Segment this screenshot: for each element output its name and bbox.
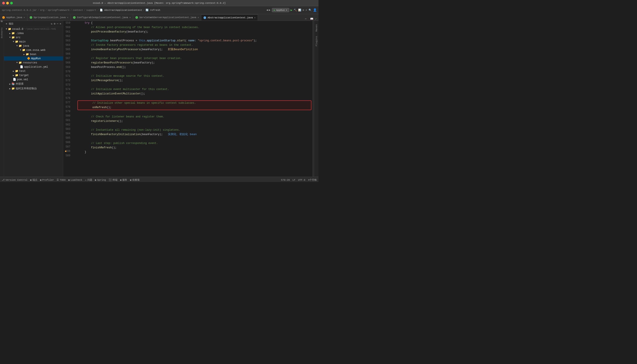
profile-button[interactable]: ⚙: [302, 8, 304, 12]
run-dropdown-icon[interactable]: ▾: [286, 8, 287, 12]
tab-close-servlet[interactable]: ✕: [198, 16, 199, 19]
bookmarks-label[interactable]: Bookmarks: [0, 26, 4, 40]
translate-button[interactable]: ⚡: [306, 8, 307, 12]
tree-yaml[interactable]: 📄 application.yml: [4, 65, 63, 69]
editor-area: 559 560 561 562 563 564 565 566 567 568 …: [63, 21, 314, 177]
nav-back[interactable]: ◀: [266, 8, 268, 12]
terminal-item[interactable]: ⬛ 终端: [108, 178, 118, 182]
vertical-scrollbar[interactable]: [312, 21, 314, 177]
minimize-button[interactable]: [6, 2, 9, 4]
nav-forward[interactable]: ▶: [269, 8, 270, 12]
maximize-button[interactable]: [10, 2, 13, 4]
terminal-icon: ⬛: [108, 178, 112, 181]
tree-apprun-label: AppRun: [31, 57, 41, 60]
code-line-565: invokeBeanFactoryPostProcessors(beanFact…: [76, 47, 312, 52]
tab-apprun[interactable]: AppRun.java ✕: [0, 14, 28, 20]
luacheck-icon: ◉: [68, 178, 70, 181]
tree-main-label: main: [19, 40, 26, 43]
tree-external-libs-label: 外部库: [16, 82, 24, 86]
deps-item[interactable]: ◉ 依赖项: [130, 178, 140, 182]
sidebar-more-icon[interactable]: ⋯: [57, 22, 58, 26]
structure-label[interactable]: 结构: [0, 22, 4, 25]
coverage-button[interactable]: 📊: [298, 8, 301, 12]
tabs-overflow[interactable]: ⋯: [303, 17, 308, 20]
problems-label: 问题: [87, 178, 92, 182]
tab-configurable[interactable]: ConfigurableApplicationContext.java ✕: [71, 14, 133, 20]
search-button[interactable]: 🔍: [308, 8, 312, 12]
breadcrumb-class[interactable]: 📄 AbstractApplicationContext: [100, 8, 142, 12]
tree-target[interactable]: ▶ 📁 target: [4, 73, 63, 78]
services-item[interactable]: ◉ 服务: [120, 178, 128, 182]
tab-close-abstract[interactable]: ✕: [254, 16, 256, 19]
problems-item[interactable]: ⚠ 问题: [85, 178, 92, 182]
code-scroll[interactable]: try { // Allows post-processing of the b…: [76, 21, 312, 177]
nav-arrows[interactable]: ◀ ▶: [266, 8, 270, 12]
run-button[interactable]: ▶: [291, 8, 292, 12]
tree-resources[interactable]: ▼ 📁 resources: [4, 60, 63, 65]
maven-label[interactable]: Maven: [315, 22, 318, 34]
profiler-item[interactable]: ◉ Profiler: [40, 178, 54, 181]
src-folder-icon: 📁: [12, 36, 15, 39]
code-line-559: try {: [76, 21, 312, 25]
tab-close-configurable[interactable]: ✕: [130, 16, 131, 19]
sidebar-close-icon[interactable]: ✕: [60, 22, 61, 26]
tree-bean[interactable]: ▶ 📁 bean: [4, 52, 63, 56]
todo-item[interactable]: ☰ TODO: [56, 178, 66, 181]
tree-src[interactable]: ▼ 📁 src: [4, 36, 63, 40]
close-button[interactable]: [2, 2, 5, 4]
breadcrumb-support[interactable]: support: [86, 9, 96, 12]
run-config-button[interactable]: ▶ AppRun ▾: [272, 8, 289, 12]
ln-582: 582: [63, 122, 72, 127]
main-layout: 结构 Bookmarks ≡ 项目 ↻ ⚙ ⋯ ✕ ▼ 📁 ossa3.0 ~/…: [0, 21, 318, 177]
plugins-label[interactable]: Plugins: [315, 34, 318, 48]
user-icon[interactable]: 👤: [313, 8, 317, 12]
tab-close-springapp[interactable]: ✕: [67, 16, 68, 19]
bookmark-icon[interactable]: 📖: [310, 17, 314, 20]
tab-close-apprun[interactable]: ✕: [24, 16, 25, 19]
com-ossa-folder-icon: 📁: [22, 48, 26, 52]
tree-project-root[interactable]: ▼ 📁 ossa3.0 ~/java/java/seckill-redi: [4, 27, 63, 31]
code-line-579: [76, 110, 312, 114]
tree-java[interactable]: ▼ 📁 java: [4, 44, 63, 48]
checkmark-icon[interactable]: ✓: [315, 17, 317, 20]
tree-external-libs[interactable]: ▶ 📚 外部库: [4, 82, 63, 86]
code-line-588: }: [76, 150, 312, 154]
breadcrumb-org[interactable]: org: [40, 9, 44, 12]
code-line-571: // Initialize message source for this co…: [76, 74, 312, 78]
tab-servlet[interactable]: ServletWebServerApplicationContext.java …: [133, 14, 201, 20]
sidebar-settings-icon[interactable]: ⚙: [54, 22, 55, 26]
breadcrumb-springframework[interactable]: springframework: [48, 9, 70, 12]
encoding: UTF-8: [298, 179, 305, 181]
sidebar-toolbar: ≡ 项目 ↻ ⚙ ⋯ ✕: [4, 21, 63, 27]
window-controls[interactable]: [2, 2, 13, 4]
tree-test[interactable]: ▶ 📁 test: [4, 69, 63, 73]
tree-main[interactable]: ▼ 📁 main: [4, 40, 63, 44]
endpoint-item[interactable]: ◉ 端点: [30, 178, 38, 182]
breadcrumb-jar[interactable]: spring-context-6.0.2.jar: [2, 9, 37, 12]
toolbar-right: ◀ ▶ ▶ AppRun ▾ ▶ 🔨 📊 ⚙ ⚡ 🔍 👤: [266, 8, 317, 12]
tab-label-abstract: AbstractApplicationContext.java: [208, 16, 253, 19]
tree-pom[interactable]: 📄 pom.xml: [4, 78, 63, 82]
tree-apprun[interactable]: 🔶 AppRun: [4, 56, 63, 60]
gutter: [74, 21, 76, 177]
luacheck-item[interactable]: ◉ LuaCheck: [68, 178, 82, 181]
build-button[interactable]: 🔨: [294, 8, 297, 12]
left-icon-bar: 结构 Bookmarks: [0, 21, 4, 177]
breadcrumb-method[interactable]: 🔄 refresh: [146, 8, 160, 12]
sidebar-sync-icon[interactable]: ↻: [51, 22, 52, 26]
tree-temp-files[interactable]: ▶ 📁 临时文件和控制台: [4, 86, 63, 91]
breadcrumb-context[interactable]: context: [73, 9, 83, 12]
code-line-566: [76, 52, 312, 56]
tab-abstract[interactable]: AbstractApplicationContext.java ✕: [201, 14, 258, 20]
tree-com-ossa[interactable]: ▼ 📁 com.ossa.web: [4, 48, 63, 52]
spring-item[interactable]: ◉ Spring: [95, 178, 106, 181]
tree-project-path: ~/java/java/seckill-redi: [24, 28, 56, 30]
status-right: 578:29 LF UTF-8 4个空格: [281, 178, 317, 182]
idea-folder-icon: 📁: [12, 32, 15, 35]
version-control-item[interactable]: ⎇ Version Control: [2, 178, 28, 181]
tab-springapp[interactable]: SpringApplication.java ✕: [28, 14, 71, 20]
deps-label: 依赖项: [132, 178, 140, 182]
tree-idea[interactable]: ▶ 📁 .idea: [4, 31, 63, 36]
deps-icon: ◉: [130, 178, 132, 181]
code-line-564: // Invoke factory processors registered …: [76, 43, 312, 47]
